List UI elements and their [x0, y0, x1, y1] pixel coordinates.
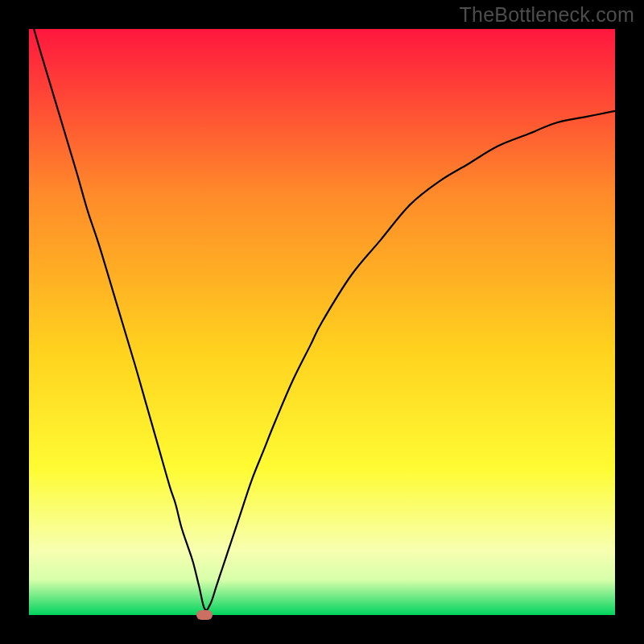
plot-area	[29, 29, 615, 615]
chart-frame: TheBottleneck.com	[0, 0, 644, 644]
optimal-point-marker	[196, 610, 213, 620]
watermark-text: TheBottleneck.com	[460, 3, 634, 27]
bottleneck-curve	[29, 29, 615, 615]
